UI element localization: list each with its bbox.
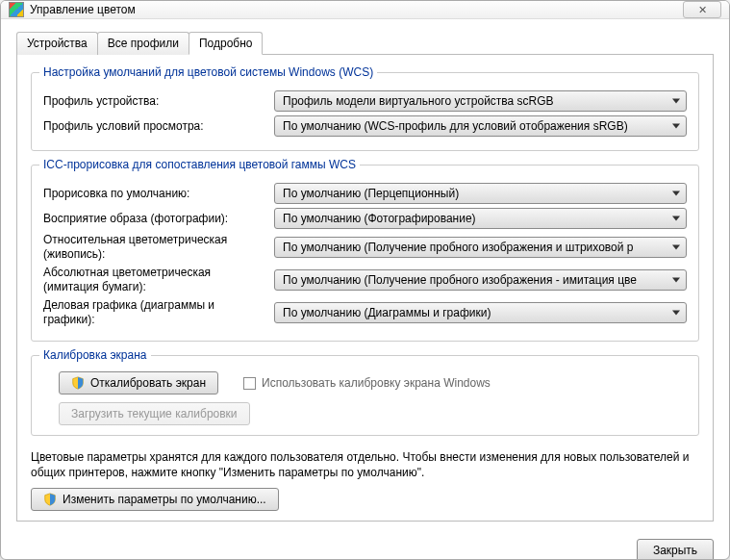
close-button-label: Закрыть (653, 544, 697, 557)
perceptual-intent-label: Восприятие образа (фотографии): (43, 212, 274, 226)
abscol-intent-dropdown[interactable]: По умолчанию (Получение пробного изображ… (274, 269, 687, 291)
chevron-down-icon (672, 245, 680, 250)
window-title: Управление цветом (30, 3, 683, 16)
tab-details[interactable]: Подробно (189, 32, 264, 55)
chevron-down-icon (672, 99, 680, 104)
business-intent-row: Деловая графика (диаграммы и графики): П… (43, 298, 687, 327)
device-profile-value: Профиль модели виртуального устройства s… (283, 94, 554, 108)
relcol-intent-label: Относительная цветометрическая (живопись… (43, 233, 274, 262)
perceptual-intent-dropdown[interactable]: По умолчанию (Фотографирование) (274, 208, 687, 229)
relcol-intent-value: По умолчанию (Получение пробного изображ… (283, 241, 633, 254)
info-text: Цветовые параметры хранятся для каждого … (31, 449, 699, 480)
calibrate-display-button[interactable]: Откалибровать экран (59, 371, 218, 395)
viewing-profile-label: Профиль условий просмотра: (43, 119, 274, 134)
chevron-down-icon (672, 124, 680, 129)
footer: Закрыть (1, 531, 729, 560)
chevron-down-icon (672, 278, 680, 283)
business-intent-dropdown[interactable]: По умолчанию (Диаграммы и графики) (274, 302, 687, 323)
content-area: Устройства Все профили Подробно Настройк… (1, 19, 729, 531)
viewing-profile-value: По умолчанию (WCS-профиль для условий от… (283, 119, 628, 133)
wcs-legend: Настройка умолчаний для цветовой системы… (39, 65, 377, 79)
tab-bar: Устройства Все профили Подробно (16, 31, 714, 55)
perceptual-intent-row: Восприятие образа (фотографии): По умолч… (43, 208, 687, 229)
abscol-intent-label: Абсолютная цветометрическая (имитация бу… (43, 266, 274, 294)
tab-devices[interactable]: Устройства (16, 32, 98, 55)
app-icon (9, 2, 24, 17)
close-button[interactable]: Закрыть (637, 539, 714, 560)
display-calibration-group: Калибровка экрана Откалибровать экран Ис… (31, 355, 699, 436)
default-intent-label: Прорисовка по умолчанию: (43, 187, 274, 201)
load-current-calibrations-button: Загрузить текущие калибровки (59, 402, 250, 425)
use-windows-calibration-label: Использовать калибровку экрана Windows (262, 376, 491, 390)
shield-icon (43, 493, 57, 506)
checkbox-icon (243, 377, 256, 390)
shield-icon (71, 376, 85, 390)
wcs-defaults-group: Настройка умолчаний для цветовой системы… (31, 72, 699, 151)
color-management-window: Управление цветом ✕ Устройства Все профи… (0, 0, 730, 560)
use-windows-calibration-checkbox[interactable]: Использовать калибровку экрана Windows (243, 376, 491, 390)
perceptual-intent-value: По умолчанию (Фотографирование) (283, 212, 476, 225)
details-panel: Настройка умолчаний для цветовой системы… (16, 55, 714, 522)
change-defaults-label: Изменить параметры по умолчанию... (63, 493, 266, 506)
device-profile-label: Профиль устройства: (43, 94, 274, 109)
default-intent-row: Прорисовка по умолчанию: По умолчанию (П… (43, 183, 687, 204)
icc-rendering-group: ICC-прорисовка для сопоставления цветово… (31, 165, 699, 342)
chevron-down-icon (672, 216, 680, 221)
close-icon: ✕ (698, 4, 707, 16)
icc-legend: ICC-прорисовка для сопоставления цветово… (39, 158, 360, 171)
calibration-legend: Калибровка экрана (39, 348, 151, 362)
default-intent-value: По умолчанию (Перцепционный) (283, 187, 459, 200)
relcol-intent-row: Относительная цветометрическая (живопись… (43, 233, 687, 262)
titlebar: Управление цветом ✕ (1, 1, 729, 19)
window-close-button[interactable]: ✕ (683, 1, 721, 18)
business-intent-label: Деловая графика (диаграммы и графики): (43, 298, 274, 327)
load-current-calibrations-label: Загрузить текущие калибровки (71, 407, 238, 420)
viewing-profile-row: Профиль условий просмотра: По умолчанию … (43, 115, 687, 137)
abscol-intent-value: По умолчанию (Получение пробного изображ… (283, 273, 637, 287)
device-profile-row: Профиль устройства: Профиль модели вирту… (43, 90, 687, 112)
relcol-intent-dropdown[interactable]: По умолчанию (Получение пробного изображ… (274, 237, 687, 258)
viewing-profile-dropdown[interactable]: По умолчанию (WCS-профиль для условий от… (274, 115, 687, 137)
chevron-down-icon (672, 311, 680, 316)
abscol-intent-row: Абсолютная цветометрическая (имитация бу… (43, 266, 687, 294)
tab-all-profiles[interactable]: Все профили (97, 32, 189, 55)
change-defaults-button[interactable]: Изменить параметры по умолчанию... (31, 488, 279, 511)
business-intent-value: По умолчанию (Диаграммы и графики) (283, 306, 491, 319)
default-intent-dropdown[interactable]: По умолчанию (Перцепционный) (274, 183, 687, 204)
chevron-down-icon (672, 191, 680, 196)
calibrate-display-label: Откалибровать экран (90, 376, 206, 390)
device-profile-dropdown[interactable]: Профиль модели виртуального устройства s… (274, 90, 687, 112)
